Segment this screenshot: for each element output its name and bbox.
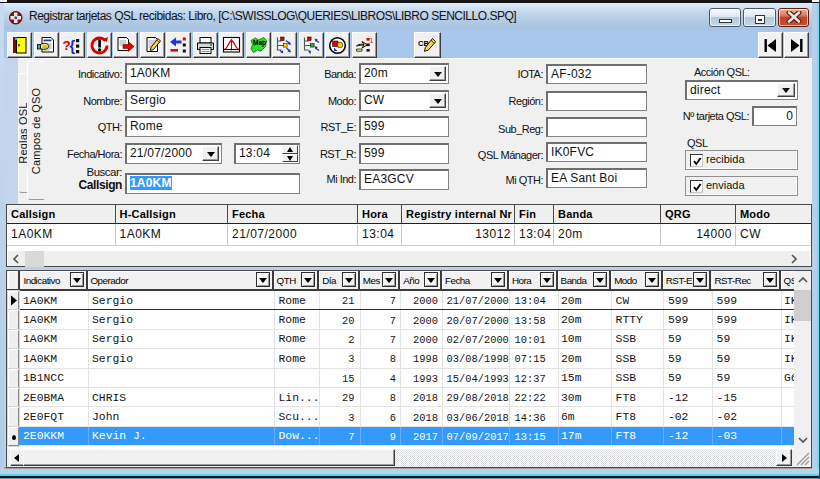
svg-text:1: 1 bbox=[369, 37, 373, 44]
svg-text:{: { bbox=[70, 38, 76, 54]
svg-text:Map: Map bbox=[253, 39, 266, 47]
